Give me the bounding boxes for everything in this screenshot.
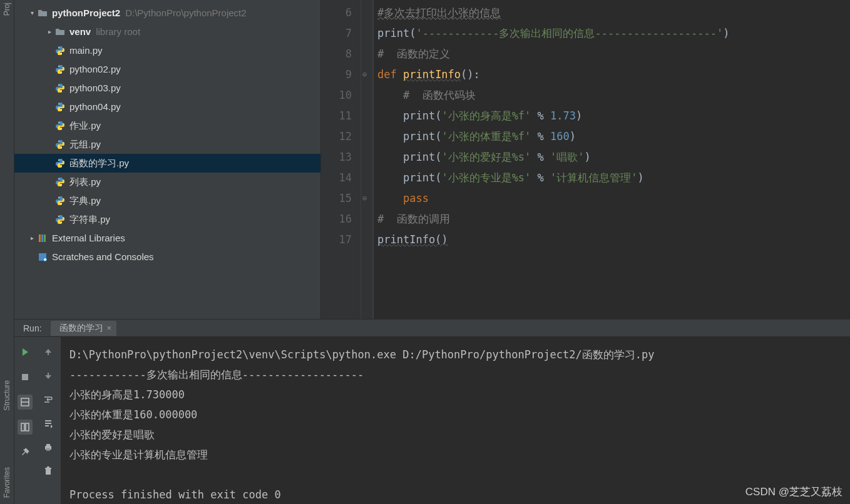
node-label: 字典.py [69,191,101,210]
svg-point-16 [58,197,59,198]
print-button[interactable] [41,440,56,455]
node-icon [54,195,66,206]
watermark: CSDN @芝芝又荔枝 [745,485,842,499]
run-tab-label: 函数的学习 [59,323,103,334]
svg-point-1 [61,53,62,54]
project-tree-pane: ▾pythonProject2D:\PythonPro\pythonProjec… [14,0,321,319]
node-icon [54,158,66,169]
chevron-icon[interactable]: ▾ [27,4,37,23]
tree-file[interactable]: 列表.py [14,173,320,191]
tree-file[interactable]: python04.py [14,98,320,116]
svg-rect-22 [44,234,46,242]
left-tool-strip: Proj Structure Favorites [0,0,14,504]
node-icon [54,64,66,75]
scroll-to-end-button[interactable] [41,416,56,431]
editor-fold-column[interactable]: ⊖⊖ [361,0,372,319]
code-editor[interactable]: 67891011121314151617 ⊖⊖ #多次去打印出小张的信息prin… [321,0,850,319]
svg-point-6 [58,103,59,104]
node-label: 字符串.py [69,210,110,229]
svg-point-19 [61,222,62,223]
layout-button-2[interactable] [18,420,33,435]
node-hint: D:\PythonPro\pythonProject2 [125,4,246,23]
editor-code-area[interactable]: #多次去打印出小张的信息print('------------多次输出相同的信息… [372,0,850,319]
tree-scratches[interactable]: Scratches and Consoles [14,248,320,266]
svg-point-8 [58,122,59,123]
svg-rect-20 [39,234,41,242]
run-label: Run: [23,323,42,333]
svg-point-4 [58,84,59,86]
run-toolbar-secondary [36,337,61,504]
chevron-icon[interactable]: ▸ [44,23,54,41]
close-icon[interactable]: × [107,323,112,333]
svg-rect-37 [46,469,51,475]
fold-marker[interactable]: ⊖ [362,194,367,203]
node-label: main.py [69,41,103,60]
node-label: 元组.py [69,135,101,154]
node-label: venv [69,23,91,41]
svg-point-11 [61,147,62,148]
svg-rect-32 [48,352,49,355]
node-label: pythonProject2 [52,4,120,23]
svg-rect-31 [26,423,29,431]
tree-file[interactable]: 字典.py [14,191,320,210]
svg-point-2 [58,66,59,67]
tree-file[interactable]: main.py [14,41,320,60]
svg-rect-38 [45,468,51,469]
node-label: python04.py [69,98,121,116]
library-icon [37,233,48,244]
stop-button[interactable] [18,370,33,385]
svg-point-14 [58,178,59,179]
node-icon [54,45,66,56]
svg-rect-33 [48,373,49,376]
node-label: Scratches and Consoles [52,248,154,266]
tool-favorites[interactable]: Favorites [3,467,11,498]
svg-point-15 [61,184,62,186]
run-tab[interactable]: 函数的学习 × [51,321,117,336]
tree-file[interactable]: 字符串.py [14,210,320,229]
svg-rect-30 [21,423,24,431]
up-button[interactable] [41,345,56,360]
node-label: python02.py [69,60,121,79]
rerun-button[interactable] [18,345,33,360]
tool-structure[interactable]: Structure [3,380,11,411]
svg-point-17 [61,203,62,204]
node-icon [54,214,66,225]
node-icon [54,26,66,38]
layout-button[interactable] [18,395,33,410]
console-output[interactable]: D:\PythonPro\pythonProject2\venv\Scripts… [61,337,850,504]
tool-project[interactable]: Proj [3,3,11,16]
svg-point-3 [61,72,62,73]
svg-rect-36 [46,448,50,451]
node-icon [37,8,48,19]
pin-button[interactable] [18,445,33,460]
svg-rect-35 [46,444,50,446]
run-tool-window: Run: 函数的学习 × [14,319,850,504]
svg-point-13 [61,166,62,167]
tree-file[interactable]: python02.py [14,60,320,79]
tree-file[interactable]: 作业.py [14,116,320,135]
node-hint: library root [96,23,140,41]
editor-gutter: 67891011121314151617 [321,0,361,319]
node-label: python03.py [69,79,121,98]
run-toolbar-primary [14,337,36,504]
tree-venv[interactable]: ▸venvlibrary root [14,23,320,41]
scratches-icon [37,251,48,263]
node-icon [54,120,66,131]
node-icon [54,139,66,150]
delete-button[interactable] [41,463,56,478]
svg-point-12 [58,159,59,161]
svg-point-10 [58,141,59,142]
tree-root[interactable]: ▾pythonProject2D:\PythonPro\pythonProjec… [14,4,320,23]
fold-marker[interactable]: ⊖ [362,70,367,79]
svg-point-7 [61,109,62,111]
soft-wrap-button[interactable] [41,392,56,407]
down-button[interactable] [41,368,56,383]
node-label: 函数的学习.py [69,154,129,173]
node-icon [54,176,66,188]
tree-file[interactable]: 元组.py [14,135,320,154]
node-icon [54,101,66,113]
tree-file[interactable]: 函数的学习.py [14,154,320,173]
tree-external[interactable]: ▸External Libraries [14,229,320,248]
tree-file[interactable]: python03.py [14,79,320,98]
svg-point-9 [61,128,62,129]
